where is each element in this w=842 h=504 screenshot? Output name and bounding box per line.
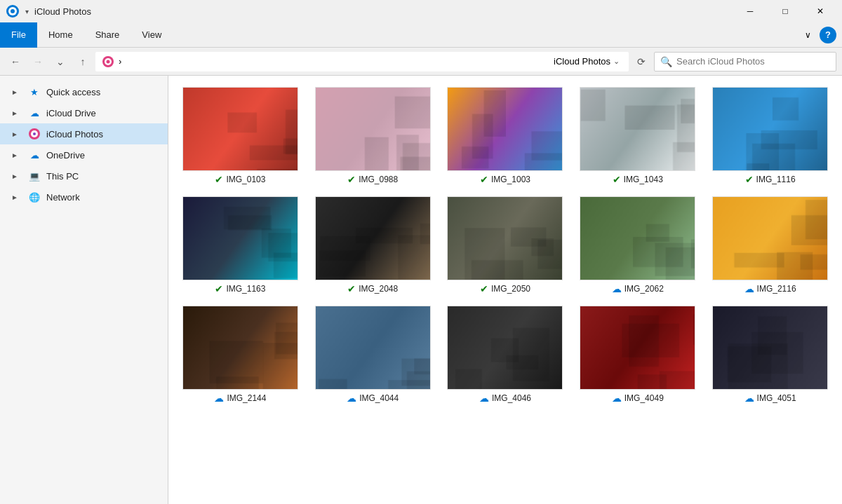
sidebar-item-onedrive[interactable]: ► ☁ OneDrive — [0, 144, 168, 165]
sidebar-item-quick-access[interactable]: ► ★ Quick access — [0, 81, 168, 102]
sync-cloud-icon: ☁ — [479, 393, 489, 404]
photo-filename: IMG_1116 — [756, 175, 796, 184]
photo-filename: IMG_2062 — [624, 284, 664, 294]
photo-thumbnail — [182, 306, 298, 390]
photo-item[interactable]: ☁IMG_4049 — [577, 306, 698, 404]
sync-cloud-icon: ☁ — [744, 283, 754, 294]
photo-filename: IMG_1043 — [624, 175, 663, 184]
photo-label: ☁IMG_2062 — [612, 283, 664, 294]
search-input[interactable] — [676, 56, 830, 67]
content-area: ✔IMG_0103✔IMG_0988✔IMG_1003✔IMG_1043✔IMG… — [168, 76, 842, 504]
photo-label: ✔IMG_0103 — [215, 174, 265, 185]
photo-label: ☁IMG_4049 — [612, 393, 664, 404]
photo-label: ☁IMG_4046 — [479, 393, 531, 404]
ribbon-collapse-button[interactable]: ∨ — [799, 27, 817, 43]
photo-item[interactable]: ✔IMG_1003 — [445, 87, 566, 185]
title-bar: ▾ iCloud Photos ─ □ ✕ — [0, 0, 842, 22]
photo-label: ✔IMG_0988 — [347, 174, 398, 185]
photo-label: ☁IMG_2116 — [744, 283, 796, 294]
menu-share[interactable]: Share — [84, 22, 131, 48]
photo-label: ☁IMG_4044 — [347, 393, 399, 404]
photo-filename: IMG_2144 — [227, 393, 266, 403]
icloud-drive-icon: ☁ — [28, 107, 41, 119]
help-button[interactable]: ? — [820, 27, 836, 43]
sidebar-label-this-pc: This PC — [46, 171, 79, 182]
title-text: iCloud Photos — [34, 6, 728, 17]
minimize-button[interactable]: ─ — [734, 0, 766, 22]
sync-cloud-icon: ☁ — [214, 393, 224, 404]
photo-filename: IMG_2048 — [359, 284, 398, 294]
address-dropdown-arrow[interactable]: ⌄ — [610, 57, 622, 66]
close-button[interactable]: ✕ — [804, 0, 836, 22]
folder-icon — [102, 55, 114, 68]
photo-item[interactable]: ✔IMG_2050 — [445, 196, 566, 294]
photo-filename: IMG_1163 — [226, 284, 265, 294]
photo-thumbnail — [315, 306, 431, 390]
photo-label: ✔IMG_1043 — [613, 174, 663, 185]
icloud-photos-icon — [28, 128, 41, 140]
quick-access-icon: ★ — [28, 86, 41, 98]
sidebar-item-this-pc[interactable]: ► 💻 This PC — [0, 165, 168, 186]
photo-thumbnail — [580, 306, 695, 390]
expand-icon-network: ► — [11, 193, 22, 201]
back-button[interactable]: ← — [6, 52, 25, 71]
photo-item[interactable]: ✔IMG_0103 — [180, 87, 301, 185]
sync-cloud-icon: ☁ — [612, 393, 622, 404]
sidebar-label-onedrive: OneDrive — [46, 150, 85, 161]
menu-view[interactable]: View — [131, 22, 173, 48]
photo-item[interactable]: ✔IMG_0988 — [312, 87, 434, 185]
photo-thumbnail — [712, 196, 828, 280]
photo-filename: IMG_4049 — [624, 393, 664, 403]
photo-thumbnail — [712, 306, 828, 390]
svg-point-5 — [107, 60, 110, 63]
search-icon: 🔍 — [660, 56, 672, 67]
address-bar: ← → ⌄ ↑ › iCloud Photos ⌄ ⟳ 🔍 — [0, 48, 842, 76]
up-button[interactable]: ↑ — [73, 52, 93, 71]
sync-done-icon: ✔ — [745, 174, 754, 185]
sidebar-label-network: Network — [46, 192, 80, 203]
sync-done-icon: ✔ — [480, 283, 488, 294]
photo-thumbnail — [712, 87, 828, 171]
photo-thumbnail — [447, 87, 563, 171]
sync-done-icon: ✔ — [215, 174, 223, 185]
photo-filename: IMG_4046 — [492, 393, 531, 403]
photo-label: ✔IMG_2050 — [480, 283, 530, 294]
photo-item[interactable]: ✔IMG_1043 — [577, 87, 698, 185]
sync-cloud-icon: ☁ — [612, 283, 622, 294]
maximize-button[interactable]: □ — [769, 0, 801, 22]
photo-label: ✔IMG_1116 — [745, 174, 796, 185]
photo-thumbnail — [447, 306, 563, 390]
photo-item[interactable]: ☁IMG_2062 — [577, 196, 698, 294]
recent-locations-button[interactable]: ⌄ — [51, 52, 70, 71]
sidebar-item-icloud-photos[interactable]: ► iCloud Photos — [0, 123, 168, 144]
sidebar-item-icloud-drive[interactable]: ► ☁ iCloud Drive — [0, 102, 168, 123]
menu-home[interactable]: Home — [37, 22, 84, 48]
sync-done-icon: ✔ — [480, 174, 488, 185]
photo-thumbnail — [580, 196, 695, 280]
photo-item[interactable]: ☁IMG_4046 — [445, 306, 566, 404]
photo-item[interactable]: ☁IMG_4044 — [312, 306, 434, 404]
photo-item[interactable]: ☁IMG_2144 — [180, 306, 301, 404]
photo-thumbnail — [182, 87, 298, 171]
address-input[interactable]: › iCloud Photos ⌄ — [95, 52, 629, 71]
refresh-button[interactable]: ⟳ — [632, 52, 651, 71]
svg-point-2 — [11, 9, 15, 13]
menu-bar: File Home Share View ∨ ? — [0, 22, 842, 48]
photo-item[interactable]: ✔IMG_1163 — [180, 196, 301, 294]
forward-button[interactable]: → — [28, 52, 48, 71]
sync-done-icon: ✔ — [613, 174, 621, 185]
photo-label: ✔IMG_2048 — [347, 283, 398, 294]
photo-item[interactable]: ✔IMG_2048 — [312, 196, 434, 294]
photo-item[interactable]: ☁IMG_2116 — [709, 196, 831, 294]
photo-label: ✔IMG_1003 — [480, 174, 530, 185]
menu-file[interactable]: File — [0, 22, 37, 48]
main-container: ► ★ Quick access ► ☁ iCloud Drive ► iClo… — [0, 76, 842, 504]
sidebar-item-network[interactable]: ► 🌐 Network — [0, 186, 168, 207]
photo-filename: IMG_4044 — [359, 393, 399, 403]
photo-label: ☁IMG_4051 — [744, 393, 796, 404]
photo-item[interactable]: ☁IMG_4051 — [709, 306, 831, 404]
photo-item[interactable]: ✔IMG_1116 — [709, 87, 831, 185]
network-icon: 🌐 — [28, 191, 41, 203]
search-box: 🔍 — [654, 52, 836, 71]
photo-thumbnail — [315, 196, 431, 280]
